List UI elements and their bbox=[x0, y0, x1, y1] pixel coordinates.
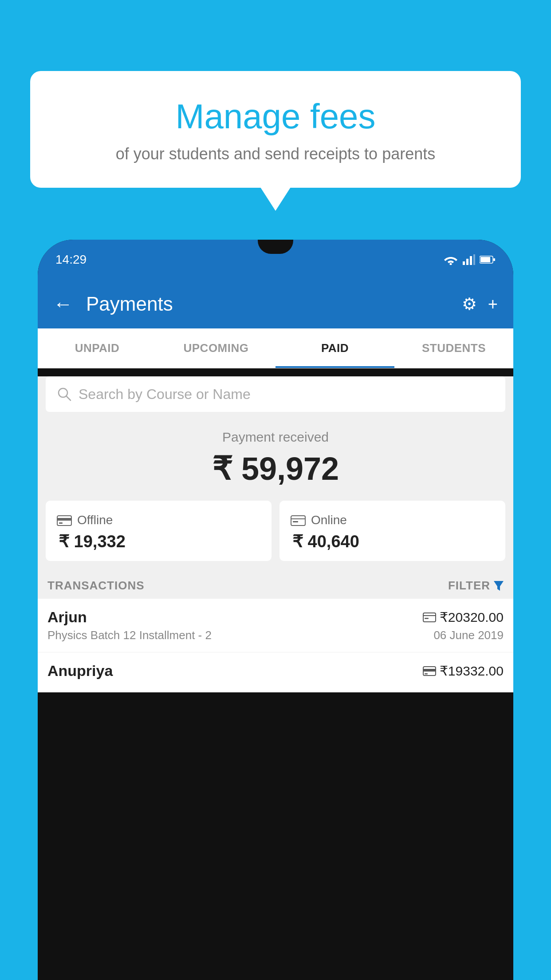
svg-line-9 bbox=[67, 396, 71, 400]
transactions-label: TRANSACTIONS bbox=[47, 579, 145, 593]
online-label: Online bbox=[311, 513, 347, 527]
speech-bubble: Manage fees of your students and send re… bbox=[30, 71, 521, 188]
wifi-icon bbox=[443, 254, 458, 265]
phone-frame: 14:29 bbox=[38, 240, 513, 980]
bubble-title: Manage fees bbox=[52, 98, 499, 136]
search-bar[interactable]: Search by Course or Name bbox=[46, 376, 505, 412]
svg-rect-21 bbox=[423, 669, 436, 672]
add-button[interactable]: + bbox=[488, 295, 498, 314]
status-bar: 14:29 bbox=[38, 240, 513, 280]
tabs-bar: UNPAID UPCOMING PAID STUDENTS bbox=[38, 328, 513, 368]
signal-icon bbox=[463, 254, 475, 265]
offline-pay-icon bbox=[423, 666, 436, 676]
svg-rect-13 bbox=[291, 516, 305, 526]
app-bar-icons: ⚙ + bbox=[462, 294, 498, 314]
online-amount: ₹ 40,640 bbox=[291, 532, 494, 551]
transaction-amount: ₹20320.00 bbox=[423, 609, 504, 625]
battery-icon bbox=[480, 255, 496, 264]
svg-rect-7 bbox=[493, 258, 495, 261]
tab-paid[interactable]: PAID bbox=[276, 328, 394, 368]
svg-rect-1 bbox=[463, 261, 465, 265]
transaction-course: Physics Batch 12 Installment - 2 bbox=[47, 628, 212, 642]
tab-unpaid[interactable]: UNPAID bbox=[38, 328, 157, 368]
svg-rect-22 bbox=[425, 673, 428, 675]
transaction-date: 06 June 2019 bbox=[433, 628, 504, 642]
offline-label: Offline bbox=[77, 513, 113, 527]
online-card: Online ₹ 40,640 bbox=[279, 501, 505, 561]
svg-point-0 bbox=[450, 263, 452, 265]
svg-rect-11 bbox=[57, 518, 71, 521]
transaction-name: Anupriya bbox=[47, 662, 113, 680]
online-payment-icon bbox=[291, 514, 306, 526]
filter-button[interactable]: FILTER bbox=[448, 579, 504, 593]
svg-rect-6 bbox=[480, 257, 490, 262]
payment-cards: Offline ₹ 19,332 Online ₹ 40,640 bbox=[38, 501, 513, 570]
svg-point-8 bbox=[59, 388, 67, 397]
offline-payment-icon bbox=[57, 514, 72, 526]
main-content: Search by Course or Name Payment receive… bbox=[38, 376, 513, 692]
svg-rect-12 bbox=[59, 522, 63, 524]
filter-icon bbox=[494, 581, 504, 591]
notch bbox=[258, 240, 293, 254]
status-time: 14:29 bbox=[55, 253, 87, 267]
transactions-list: Arjun ₹20320.00 Physics Batch 12 Install… bbox=[38, 599, 513, 692]
offline-card: Offline ₹ 19,332 bbox=[46, 501, 272, 561]
svg-marker-16 bbox=[494, 581, 504, 591]
svg-rect-4 bbox=[473, 254, 475, 265]
payment-received-section: Payment received ₹ 59,972 bbox=[38, 412, 513, 501]
tab-upcoming[interactable]: UPCOMING bbox=[157, 328, 276, 368]
svg-rect-17 bbox=[423, 613, 436, 622]
back-button[interactable]: ← bbox=[53, 293, 73, 315]
svg-rect-19 bbox=[425, 618, 429, 619]
transaction-amount: ₹19332.00 bbox=[423, 663, 504, 679]
app-bar: ← Payments ⚙ + bbox=[38, 280, 513, 328]
transaction-row[interactable]: Anupriya ₹19332.00 bbox=[38, 652, 513, 692]
svg-rect-15 bbox=[293, 521, 298, 522]
settings-button[interactable]: ⚙ bbox=[462, 294, 477, 314]
online-pay-icon bbox=[423, 612, 436, 623]
svg-rect-3 bbox=[470, 256, 472, 265]
status-icons bbox=[443, 254, 496, 265]
payment-amount: ₹ 59,972 bbox=[47, 450, 504, 487]
search-placeholder: Search by Course or Name bbox=[79, 386, 251, 403]
offline-amount: ₹ 19,332 bbox=[57, 532, 260, 551]
search-icon bbox=[57, 387, 72, 402]
tab-students[interactable]: STUDENTS bbox=[394, 328, 513, 368]
svg-rect-2 bbox=[466, 259, 468, 265]
transaction-name: Arjun bbox=[47, 609, 87, 626]
transactions-header: TRANSACTIONS FILTER bbox=[38, 570, 513, 599]
bubble-subtitle: of your students and send receipts to pa… bbox=[52, 145, 499, 163]
app-title: Payments bbox=[86, 293, 453, 315]
transaction-row[interactable]: Arjun ₹20320.00 Physics Batch 12 Install… bbox=[38, 599, 513, 652]
payment-label: Payment received bbox=[47, 430, 504, 445]
